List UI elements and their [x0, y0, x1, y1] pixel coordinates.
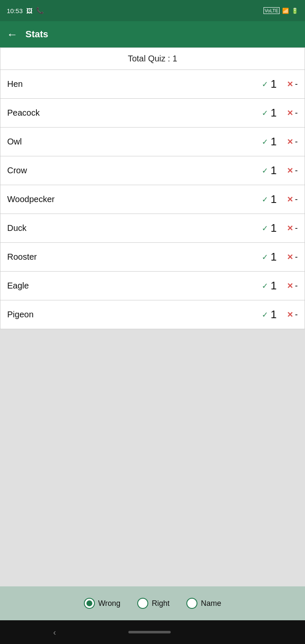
right-score: 1	[271, 106, 277, 119]
right-score-section: ✓ 1	[262, 193, 277, 206]
table-row: Hen ✓ 1 ✕ -	[0, 70, 305, 99]
right-score-section: ✓ 1	[262, 308, 277, 321]
quiz-table: Total Quiz : 1 Hen ✓ 1 ✕ - Peacock ✓ 1 ✕…	[0, 47, 305, 329]
table-row: Crow ✓ 1 ✕ -	[0, 156, 305, 185]
wrong-score-section: ✕ -	[287, 108, 298, 118]
x-icon: ✕	[287, 253, 293, 262]
x-icon: ✕	[287, 108, 293, 118]
table-row: Rooster ✓ 1 ✕ -	[0, 243, 305, 272]
wrong-score: -	[295, 194, 298, 204]
bird-name: Eagle	[7, 281, 262, 291]
status-time: 10:53	[7, 7, 23, 14]
wrong-score-section: ✕ -	[287, 223, 298, 233]
right-score-section: ✓ 1	[262, 135, 277, 148]
bird-name: Crow	[7, 166, 262, 175]
x-icon: ✕	[287, 224, 293, 233]
status-bar-right: VoLTE 📶 🔋	[263, 7, 298, 14]
wrong-score: -	[295, 252, 298, 262]
wrong-score: -	[295, 108, 298, 118]
wrong-score: -	[295, 79, 298, 89]
check-icon: ✓	[262, 80, 268, 89]
table-row: Owl ✓ 1 ✕ -	[0, 128, 305, 156]
radio-inner	[86, 600, 92, 606]
right-score: 1	[271, 279, 277, 292]
total-quiz-row: Total Quiz : 1	[0, 48, 305, 70]
table-row: Eagle ✓ 1 ✕ -	[0, 272, 305, 300]
radio-options-group: Wrong Right Name	[84, 598, 222, 609]
check-icon: ✓	[262, 195, 268, 204]
nav-back-icon[interactable]: ‹	[53, 627, 56, 637]
wrong-score-section: ✕ -	[287, 281, 298, 291]
radio-option-right[interactable]: Right	[137, 598, 169, 609]
radio-option-wrong[interactable]: Wrong	[84, 598, 121, 609]
x-icon: ✕	[287, 166, 293, 175]
wrong-score-section: ✕ -	[287, 252, 298, 262]
right-score: 1	[271, 308, 277, 321]
right-score: 1	[271, 78, 277, 91]
check-icon: ✓	[262, 108, 268, 118]
wrong-score: -	[295, 137, 298, 147]
wrong-score-section: ✕ -	[287, 137, 298, 147]
radio-outer	[84, 598, 95, 609]
check-icon: ✓	[262, 137, 268, 147]
check-icon: ✓	[262, 166, 268, 175]
table-row: Pigeon ✓ 1 ✕ -	[0, 300, 305, 329]
bird-name: Peacock	[7, 108, 262, 118]
page-title: Stats	[25, 29, 48, 40]
wrong-score-section: ✕ -	[287, 166, 298, 175]
right-score-section: ✓ 1	[262, 164, 277, 177]
table-row: Duck ✓ 1 ✕ -	[0, 214, 305, 243]
wrong-score: -	[295, 281, 298, 291]
right-score-section: ✓ 1	[262, 250, 277, 264]
right-score-section: ✓ 1	[262, 222, 277, 235]
right-score: 1	[271, 135, 277, 148]
radio-label: Name	[201, 599, 221, 608]
radio-outer	[137, 598, 148, 609]
nav-home-pill[interactable]	[128, 631, 171, 633]
wrong-score: -	[295, 166, 298, 175]
right-score-section: ✓ 1	[262, 279, 277, 292]
right-score: 1	[271, 193, 277, 206]
check-icon: ✓	[262, 281, 268, 291]
battery-icon: 🔋	[291, 8, 298, 14]
nav-bar: ‹	[0, 620, 305, 644]
content-area: Total Quiz : 1 Hen ✓ 1 ✕ - Peacock ✓ 1 ✕…	[0, 47, 305, 586]
x-icon: ✕	[287, 310, 293, 319]
radio-label: Right	[152, 599, 169, 608]
bird-name: Owl	[7, 137, 262, 147]
phone-icon: 📞	[36, 7, 44, 14]
wrong-score-section: ✕ -	[287, 79, 298, 89]
table-row: Woodpecker ✓ 1 ✕ -	[0, 185, 305, 214]
wrong-score-section: ✕ -	[287, 194, 298, 204]
wrong-score: -	[295, 310, 298, 319]
quiz-rows-container: Hen ✓ 1 ✕ - Peacock ✓ 1 ✕ - Owl ✓ 1	[0, 70, 305, 329]
photo-icon: 🖼	[26, 7, 33, 14]
bird-name: Pigeon	[7, 310, 262, 319]
right-score: 1	[271, 222, 277, 235]
wrong-score: -	[295, 223, 298, 233]
x-icon: ✕	[287, 137, 293, 147]
bird-name: Rooster	[7, 252, 262, 262]
volte-icon: VoLTE	[263, 7, 280, 14]
x-icon: ✕	[287, 281, 293, 291]
bird-name: Duck	[7, 223, 262, 233]
right-score: 1	[271, 250, 277, 264]
table-row: Peacock ✓ 1 ✕ -	[0, 99, 305, 128]
right-score-section: ✓ 1	[262, 78, 277, 91]
status-bar-left: 10:53 🖼 📞	[7, 7, 44, 14]
bird-name: Hen	[7, 79, 262, 89]
radio-option-name[interactable]: Name	[186, 598, 221, 609]
total-quiz-label: Total Quiz : 1	[128, 54, 177, 63]
right-score-section: ✓ 1	[262, 106, 277, 119]
wrong-score-section: ✕ -	[287, 310, 298, 319]
bottom-bar: Wrong Right Name	[0, 586, 305, 620]
app-bar: ← Stats	[0, 21, 305, 47]
bird-name: Woodpecker	[7, 194, 262, 204]
x-icon: ✕	[287, 195, 293, 204]
radio-outer	[186, 598, 197, 609]
right-score: 1	[271, 164, 277, 177]
check-icon: ✓	[262, 310, 268, 319]
back-button[interactable]: ←	[7, 28, 18, 41]
status-bar: 10:53 🖼 📞 VoLTE 📶 🔋	[0, 0, 305, 21]
check-icon: ✓	[262, 224, 268, 233]
